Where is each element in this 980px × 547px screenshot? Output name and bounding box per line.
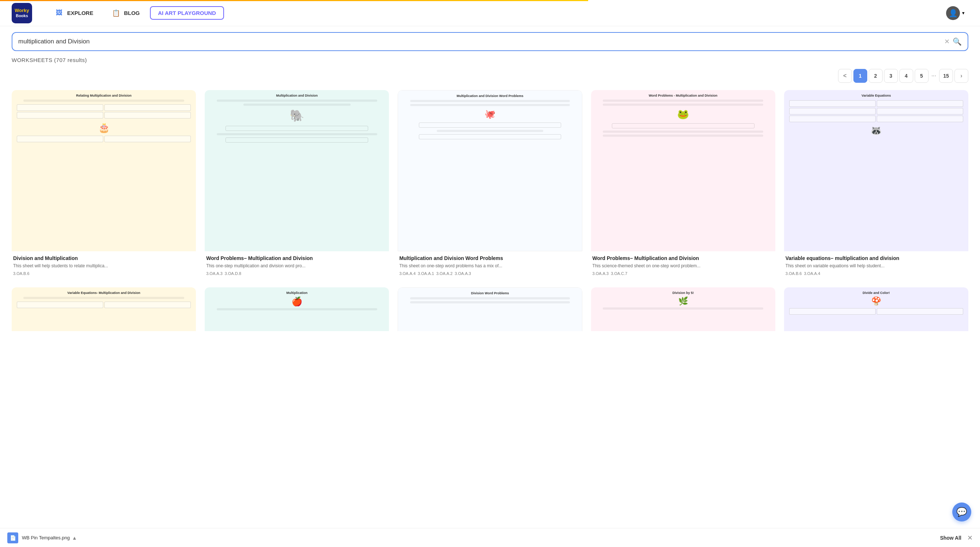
card-8-preview: Division Word Problems: [398, 288, 582, 331]
card-4-thumbnail: Word Problems - Multiplication and Divis…: [591, 90, 775, 251]
cards-row-2: Variable Equations- Multiplication and D…: [12, 287, 968, 331]
card-6-preview: Variable Equations- Multiplication and D…: [12, 287, 196, 331]
card-5-preview: Variable Equations 🦝: [784, 90, 968, 251]
card-5-thumbnail: Variable Equations 🦝: [784, 90, 968, 251]
card-4-ws-title: Word Problems - Multiplication and Divis…: [594, 94, 772, 97]
nav-ai-playground[interactable]: AI ART PLAYGROUND: [150, 6, 224, 20]
blog-icon: 📋: [111, 8, 121, 18]
card-7-preview: Multiplication 🍎: [205, 287, 389, 331]
card-4-preview: Word Problems - Multiplication and Divis…: [591, 90, 775, 251]
account-icon: 👤: [949, 9, 958, 17]
card-3-tag-2: 3.OA.A.2: [436, 271, 453, 276]
card-4-tags: 3.OA.A.3 3.OA.C.7: [592, 271, 774, 276]
card-division-by-5[interactable]: Division by 5! 🌿: [591, 287, 775, 331]
card-1-tags: 3.OA.B.6: [13, 271, 194, 276]
card-2-tag-0: 3.OA.A.3: [206, 271, 223, 276]
top-progress-bar: [0, 0, 980, 1]
card-10-thumbnail: Divide and Color! 🍄: [784, 287, 968, 331]
card-2-tag-1: 3.OA.D.8: [225, 271, 241, 276]
card-4-info: Word Problems– Multiplication and Divisi…: [591, 251, 775, 279]
card-1-title: Division and Multiplication: [13, 255, 194, 262]
card-1-info: Division and Multiplication This sheet w…: [12, 251, 196, 279]
page-1-button[interactable]: 1: [853, 69, 867, 83]
card-mult-div-word-problems[interactable]: Multiplication and Division Word Problem…: [398, 90, 582, 279]
card-4-tag-1: 3.OA.C.7: [611, 271, 627, 276]
card-1-ws-title: Relating Multiplication and Division: [14, 94, 193, 97]
card-variable-eq-mult-div[interactable]: Variable Equations- Multiplication and D…: [12, 287, 196, 331]
card-divide-and-color[interactable]: Divide and Color! 🍄: [784, 287, 968, 331]
nav-blog[interactable]: 📋 BLOG: [103, 5, 147, 21]
account-chevron-icon: ▾: [962, 10, 965, 16]
card-division-word-problems[interactable]: Division Word Problems: [398, 287, 582, 331]
card-7-thumbnail: Multiplication 🍎: [205, 287, 389, 331]
results-section: WORKSHEETS (707 results) < 1 2 3 4 5 ···…: [0, 51, 980, 331]
card-3-thumbnail: Multiplication and Division Word Problem…: [398, 90, 582, 251]
card-1-preview: Relating Multiplication and Division 🎂: [12, 90, 196, 251]
logo-worky-text: Worky: [14, 8, 29, 13]
file-icon: 📄: [10, 535, 16, 541]
search-bar: ✕ 🔍: [12, 32, 968, 51]
card-5-desc: This sheet on variable equations will he…: [786, 263, 967, 269]
card-variable-equations[interactable]: Variable Equations 🦝 Variable equations–…: [784, 90, 968, 279]
next-page-button[interactable]: ›: [955, 69, 968, 83]
explore-icon: 🖼: [54, 8, 64, 18]
card-1-thumbnail: Relating Multiplication and Division 🎂: [12, 90, 196, 251]
card-5-tag-1: 3.OA.A.4: [804, 271, 820, 276]
search-input[interactable]: [18, 38, 944, 45]
card-2-desc: This one-step multiplication and divisio…: [206, 263, 388, 269]
account-button[interactable]: 👤 ▾: [942, 4, 968, 22]
card-division-multiplication[interactable]: Relating Multiplication and Division 🎂: [12, 90, 196, 279]
card-3-tag-3: 3.OA.A.3: [455, 271, 471, 276]
clear-search-icon[interactable]: ✕: [944, 38, 950, 46]
card-2-ws-title: Multiplication and Division: [208, 94, 386, 97]
card-6-ws-title: Variable Equations- Multiplication and D…: [14, 291, 193, 295]
card-3-ws-title: Multiplication and Division Word Problem…: [401, 94, 579, 98]
card-1-tag-0: 3.OA.B.6: [13, 271, 30, 276]
card-2-title: Word Problems– Multiplication and Divisi…: [206, 255, 388, 262]
prev-page-button[interactable]: <: [838, 69, 852, 83]
nav-explore[interactable]: 🖼 EXPLORE: [47, 5, 101, 21]
results-label: WORKSHEETS: [12, 57, 52, 63]
card-4-desc: This science-themed sheet on one-step wo…: [592, 263, 774, 269]
card-3-preview: Multiplication and Division Word Problem…: [398, 90, 582, 251]
card-word-problems-mult-div[interactable]: Multiplication and Division 🐘 Word Probl…: [205, 90, 389, 279]
file-type-icon: 📄: [7, 533, 18, 543]
card-9-thumbnail: Division by 5! 🌿: [591, 287, 775, 331]
card-2-preview: Multiplication and Division 🐘: [205, 90, 389, 251]
card-2-thumbnail: Multiplication and Division 🐘: [205, 90, 389, 251]
card-3-desc: This sheet on one-step word problems has…: [399, 263, 581, 269]
main-nav: 🖼 EXPLORE 📋 BLOG AI ART PLAYGROUND: [47, 5, 942, 21]
card-2-tags: 3.OA.A.3 3.OA.D.8: [206, 271, 388, 276]
page-5-button[interactable]: 5: [915, 69, 929, 83]
results-header: WORKSHEETS (707 results): [12, 57, 968, 63]
chat-icon: 💬: [956, 507, 967, 517]
bottom-download-bar: 📄 WB Pin Tempaltes.png ▲ Show All ✕: [0, 528, 980, 547]
page-15-button[interactable]: 15: [939, 69, 953, 83]
show-all-button[interactable]: Show All: [940, 535, 961, 541]
page-4-button[interactable]: 4: [899, 69, 913, 83]
card-10-ws-title: Divide and Color!: [787, 291, 966, 295]
card-3-title: Multiplication and Division Word Problem…: [399, 255, 581, 262]
card-2-info: Word Problems– Multiplication and Divisi…: [205, 251, 389, 279]
card-multiplication[interactable]: Multiplication 🍎: [205, 287, 389, 331]
chevron-up-icon[interactable]: ▲: [72, 535, 77, 541]
chat-button[interactable]: 💬: [952, 503, 971, 522]
nav-explore-label: EXPLORE: [67, 10, 94, 16]
nav-blog-label: BLOG: [124, 10, 140, 16]
close-download-bar-button[interactable]: ✕: [967, 534, 973, 542]
logo[interactable]: Worky Books: [12, 3, 32, 23]
card-3-info: Multiplication and Division Word Problem…: [398, 251, 582, 279]
card-4-title: Word Problems– Multiplication and Divisi…: [592, 255, 774, 262]
card-3-tag-0: 3.OA.A.4: [399, 271, 415, 276]
card-science-word-problems[interactable]: Word Problems - Multiplication and Divis…: [591, 90, 775, 279]
page-2-button[interactable]: 2: [869, 69, 883, 83]
search-button[interactable]: 🔍: [953, 37, 962, 46]
page-3-button[interactable]: 3: [884, 69, 898, 83]
card-5-title: Variable equations– multiplication and d…: [786, 255, 967, 262]
results-count: (707 results): [54, 57, 87, 63]
nav-ai-label: AI ART PLAYGROUND: [158, 10, 216, 16]
cards-row-1: Relating Multiplication and Division 🎂: [12, 90, 968, 279]
card-3-tags: 3.OA.A.4 3.OA.A.1 3.OA.A.2 3.OA.A.3: [399, 271, 581, 276]
pagination-ellipsis: ···: [930, 73, 938, 79]
card-1-desc: This sheet will help students to relate …: [13, 263, 194, 269]
